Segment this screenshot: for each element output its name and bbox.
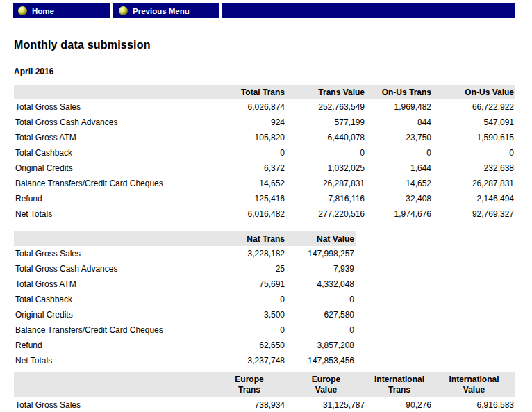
- value-cell: 0: [366, 145, 433, 160]
- row-label: Net Totals: [14, 206, 213, 222]
- value-cell: 6,026,874: [213, 99, 286, 115]
- value-cell: 147,998,257: [286, 246, 356, 261]
- value-cell: 0: [213, 145, 286, 160]
- value-cell: 105,820: [213, 130, 286, 145]
- table-header-row: Europe TransEurope ValueInternational Tr…: [14, 372, 515, 397]
- value-cell: 90,276: [366, 397, 433, 412]
- value-cell: 6,440,078: [286, 130, 366, 145]
- nav-previous-menu-button[interactable]: Previous Menu: [113, 3, 219, 18]
- table-row: Net Totals3,237,748147,853,456: [14, 353, 515, 368]
- column-header: On-Us Trans: [366, 85, 433, 99]
- column-header: Nat Value: [286, 231, 356, 246]
- value-cell: 3,500: [213, 307, 286, 322]
- value-cell: 23,750: [366, 130, 433, 145]
- table-row: Total Cashback0000: [14, 145, 515, 160]
- value-cell: 26,287,831: [286, 176, 366, 191]
- value-cell: 0: [213, 322, 286, 338]
- column-header: International Value: [433, 372, 515, 397]
- column-header: Nat Trans: [213, 231, 286, 246]
- value-cell: 1,032,025: [286, 160, 366, 176]
- row-label: Original Credits: [14, 160, 213, 176]
- report-content: Monthly data submission April 2016 Total…: [14, 18, 515, 412]
- value-cell: 4,332,048: [286, 277, 356, 292]
- column-header: International Trans: [366, 372, 433, 397]
- value-cell: 62,650: [213, 338, 286, 353]
- column-header: [14, 372, 213, 397]
- value-cell: 3,857,208: [286, 338, 356, 353]
- value-cell: 7,816,116: [286, 191, 366, 206]
- row-label: Total Gross ATM: [14, 130, 213, 145]
- value-cell: 0: [213, 292, 286, 307]
- row-label: Total Gross Cash Advances: [14, 261, 213, 277]
- column-header: [14, 231, 213, 246]
- value-cell: 2,146,494: [433, 191, 515, 206]
- value-cell: 7,939: [286, 261, 356, 277]
- row-label: Total Gross Sales: [14, 246, 213, 261]
- value-cell: 0: [286, 292, 356, 307]
- value-cell: 0: [286, 322, 356, 338]
- value-cell: 92,769,327: [433, 206, 515, 222]
- globe-icon: [18, 6, 27, 15]
- report-page: Home Previous Menu Monthly data submissi…: [0, 0, 532, 412]
- table-row: Total Gross ATM105,8206,440,07823,7501,5…: [14, 130, 515, 145]
- value-cell: 0: [286, 145, 366, 160]
- table-row: Total Gross ATM75,6914,332,048: [14, 277, 515, 292]
- table-row: Total Gross Sales6,026,874252,763,5491,9…: [14, 99, 515, 115]
- value-cell: 277,220,516: [286, 206, 366, 222]
- table-row: Total Gross Cash Advances924577,19984454…: [14, 115, 515, 130]
- row-label: Net Totals: [14, 353, 213, 368]
- row-label: Total Cashback: [14, 292, 213, 307]
- table-row: Net Totals6,016,482277,220,5161,974,6769…: [14, 206, 515, 222]
- navbar-filler: [222, 3, 515, 18]
- value-cell: 252,763,549: [286, 99, 366, 115]
- value-cell: 26,287,831: [433, 176, 515, 191]
- row-label: Balance Transfers/Credit Card Cheques: [14, 176, 213, 191]
- row-label: Original Credits: [14, 307, 213, 322]
- globe-icon: [119, 6, 128, 15]
- value-cell: 232,638: [433, 160, 515, 176]
- table-row: Total Cashback00: [14, 292, 515, 307]
- value-cell: 147,853,456: [286, 353, 356, 368]
- value-cell: 75,691: [213, 277, 286, 292]
- value-cell: 844: [366, 115, 433, 130]
- value-cell: 31,125,787: [286, 397, 366, 412]
- table-row: Original Credits3,500627,580: [14, 307, 515, 322]
- row-label: Total Cashback: [14, 145, 213, 160]
- value-cell: 6,916,583: [433, 397, 515, 412]
- value-cell: 14,652: [366, 176, 433, 191]
- totals-on-us-table: Total TransTrans ValueOn-Us TransOn-Us V…: [14, 85, 515, 222]
- nav-home-button[interactable]: Home: [13, 3, 110, 18]
- value-cell: 66,722,922: [433, 99, 515, 115]
- row-label: Total Gross Cash Advances: [14, 115, 213, 130]
- value-cell: 924: [213, 115, 286, 130]
- table-row: Total Gross Cash Advances257,939: [14, 261, 515, 277]
- row-label: Total Gross Sales: [14, 397, 213, 412]
- nav-previous-menu-label: Previous Menu: [133, 7, 190, 15]
- column-header: On-Us Value: [433, 85, 515, 99]
- table-header-row: Nat TransNat Value: [14, 231, 515, 246]
- column-header: Europe Trans: [213, 372, 286, 397]
- value-cell: 14,652: [213, 176, 286, 191]
- value-cell: 1,644: [366, 160, 433, 176]
- row-label: Total Gross ATM: [14, 277, 213, 292]
- row-label: Total Gross Sales: [14, 99, 213, 115]
- value-cell: 1,969,482: [366, 99, 433, 115]
- value-cell: 25: [213, 261, 286, 277]
- value-cell: 547,091: [433, 115, 515, 130]
- column-header: Trans Value: [286, 85, 366, 99]
- value-cell: 0: [433, 145, 515, 160]
- national-table: Nat TransNat ValueTotal Gross Sales3,228…: [14, 231, 515, 368]
- table-row: Balance Transfers/Credit Card Cheques00: [14, 322, 515, 338]
- navbar: Home Previous Menu: [13, 3, 515, 18]
- value-cell: 6,016,482: [213, 206, 286, 222]
- europe-international-table: Europe TransEurope ValueInternational Tr…: [14, 372, 515, 412]
- table-row: Total Gross Sales738,93431,125,78790,276…: [14, 397, 515, 412]
- table-header-row: Total TransTrans ValueOn-Us TransOn-Us V…: [14, 85, 515, 99]
- row-label: Refund: [14, 191, 213, 206]
- value-cell: 3,228,182: [213, 246, 286, 261]
- page-title: Monthly data submission: [14, 39, 515, 51]
- column-header: Europe Value: [286, 372, 366, 397]
- row-label: Refund: [14, 338, 213, 353]
- table-row: Refund62,6503,857,208: [14, 338, 515, 353]
- value-cell: 627,580: [286, 307, 356, 322]
